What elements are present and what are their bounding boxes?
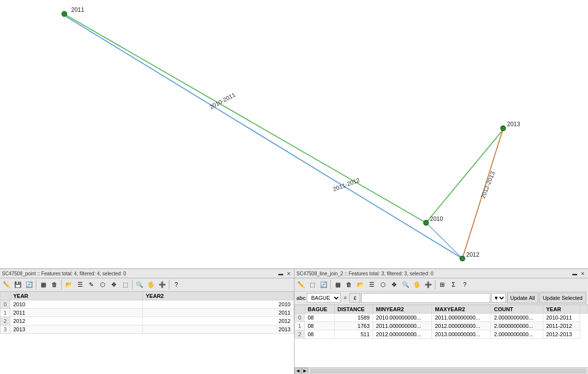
- left-cell-year: 2013: [10, 325, 143, 334]
- left-panel-close-icon[interactable]: ✕: [285, 270, 292, 277]
- list-tool-btn[interactable]: ☰: [75, 279, 85, 290]
- right-delete-btn[interactable]: 🗑: [344, 279, 354, 290]
- right-cell-year: 2011-2012: [543, 322, 580, 330]
- right-add-btn[interactable]: ➕: [423, 279, 433, 290]
- zoom-tool-btn[interactable]: 🔍: [134, 279, 145, 290]
- point-2013[interactable]: [501, 126, 506, 131]
- scroll-track[interactable]: [310, 369, 586, 374]
- left-cell-year2: 2010: [143, 300, 294, 309]
- right-sep-1: [330, 280, 331, 290]
- bottom-panels: SC47508_point :: Features total: 4, filt…: [0, 268, 588, 374]
- left-panel-minimize-icon[interactable]: ▬: [277, 270, 284, 277]
- select-tool-btn[interactable]: ⬚: [120, 279, 131, 290]
- point-2012[interactable]: [460, 256, 465, 261]
- right-cols-btn[interactable]: ⊞: [437, 279, 448, 290]
- right-edit-btn[interactable]: ✏️: [295, 279, 306, 290]
- right-cell-year: 2012-2013: [543, 330, 580, 339]
- move-tool-btn[interactable]: ✥: [108, 279, 119, 290]
- left-table: YEAR YEAR2 0 2010 2010 1 2011 2011 2 201…: [0, 292, 294, 334]
- right-cell-year: 2010-2011: [543, 314, 580, 322]
- right-table-row[interactable]: 0 08 1589 2010.000000000... 2011.0000000…: [295, 314, 588, 322]
- point-2010[interactable]: [424, 220, 428, 225]
- refresh-tool-btn[interactable]: 🔄: [24, 279, 34, 290]
- point-2011[interactable]: [62, 11, 67, 16]
- update-all-button[interactable]: Update All: [507, 293, 538, 303]
- right-cell-distance: 1763: [334, 322, 373, 330]
- polygon-tool-btn[interactable]: ⬡: [97, 279, 108, 290]
- left-col-year[interactable]: YEAR: [10, 292, 143, 300]
- open-tool-btn[interactable]: 📂: [63, 279, 74, 290]
- left-table-wrapper: YEAR YEAR2 0 2010 2010 1 2011 2011 2 201…: [0, 292, 294, 374]
- left-panel-header-icons: ▬ ✕: [277, 270, 292, 277]
- right-help-btn[interactable]: ?: [459, 279, 470, 290]
- right-col-year[interactable]: YEAR: [543, 305, 580, 314]
- right-zoom-btn[interactable]: 🔍: [400, 279, 411, 290]
- left-row-num: 3: [0, 325, 10, 334]
- right-panel-minimize-icon[interactable]: ▬: [571, 270, 578, 277]
- right-cell-bague: 08: [305, 330, 335, 339]
- right-cell-bague: 08: [305, 322, 335, 330]
- map-svg: 2010-2011 2011-2012 2012-2013 2011 2013 …: [0, 0, 588, 268]
- save-tool-btn[interactable]: 💾: [12, 279, 23, 290]
- right-cell-distance: 511: [334, 330, 373, 339]
- filter-eq-sign: =: [342, 295, 348, 301]
- left-table-row[interactable]: 3 2013 2013: [0, 325, 294, 334]
- delete-tool-btn[interactable]: 🗑: [49, 279, 60, 290]
- epsilon-button[interactable]: ε: [349, 293, 360, 303]
- right-col-count[interactable]: COUNT: [491, 305, 543, 314]
- left-table-body: 0 2010 2010 1 2011 2011 2 2012 2012 3 20…: [0, 300, 294, 334]
- right-col-minyear2[interactable]: MINYEAR2: [373, 305, 432, 314]
- left-col-year2[interactable]: YEAR2: [143, 292, 294, 300]
- right-cross-btn[interactable]: ✥: [389, 279, 400, 290]
- right-cell-count: 2.0000000000...: [491, 314, 543, 322]
- svg-line-3: [426, 223, 462, 259]
- right-panel-close-icon[interactable]: ✕: [579, 270, 586, 277]
- edit-tool-btn[interactable]: ✏️: [1, 279, 12, 290]
- help-tool-btn[interactable]: ?: [171, 279, 182, 290]
- left-cell-year2: 2013: [143, 325, 294, 334]
- filter-input[interactable]: [361, 293, 490, 303]
- map-label-2010-2011: 2010-2011: [209, 91, 237, 111]
- right-col-maxyear2[interactable]: MAXYEAR2: [432, 305, 491, 314]
- filter-dropdown[interactable]: ▼: [491, 293, 506, 303]
- scroll-left-arrow[interactable]: ◀: [294, 368, 301, 374]
- right-hscroll[interactable]: ◀ ▶: [294, 367, 588, 374]
- right-table-btn[interactable]: ▦: [332, 279, 343, 290]
- filter-field-select[interactable]: BAGUE: [307, 293, 341, 303]
- left-toolbar: ✏️ 💾 🔄 ▦ 🗑 📂 ☰ ✎ ⬡ ✥ ⬚ 🔍 🖐 ➕ ?: [0, 278, 294, 292]
- left-panel: SC47508_point :: Features total: 4, filt…: [0, 269, 294, 374]
- right-open-btn[interactable]: 📂: [355, 279, 366, 290]
- right-table-body: 0 08 1589 2010.000000000... 2011.0000000…: [295, 314, 588, 339]
- right-cell-minyear2: 2010.000000000...: [373, 314, 432, 322]
- right-select-btn[interactable]: ⬚: [307, 279, 318, 290]
- left-table-row[interactable]: 0 2010 2010: [0, 300, 294, 309]
- right-formula-btn[interactable]: Σ: [448, 279, 459, 290]
- map-label-2012-2013: 2012-2013: [480, 170, 496, 199]
- pan-tool-btn[interactable]: 🖐: [145, 279, 156, 290]
- right-refresh-btn[interactable]: 🔄: [318, 279, 329, 290]
- table-tool-btn[interactable]: ▦: [38, 279, 49, 290]
- right-polygon-btn[interactable]: ⬡: [377, 279, 388, 290]
- right-col-distance[interactable]: DISTANCE: [334, 305, 373, 314]
- right-table-row[interactable]: 1 08 1763 2011.000000000... 2012.0000000…: [295, 322, 588, 330]
- right-table-row[interactable]: 2 08 511 2012.000000000... 2013.00000000…: [295, 330, 588, 339]
- right-panel-header: SC47508_line_join_2 :: Features total: 3…: [294, 269, 588, 278]
- left-panel-status: SC47508_point :: Features total: 4, filt…: [2, 271, 126, 276]
- right-toolbar: ✏️ ⬚ 🔄 ▦ 🗑 📂 ☰ ⬡ ✥ 🔍 🖐 ➕ ⊞ Σ ?: [294, 278, 588, 292]
- left-cell-year: 2011: [10, 309, 143, 317]
- toolbar-sep-2: [61, 280, 62, 290]
- left-col-rownum: [0, 292, 10, 300]
- right-col-bague[interactable]: BAGUE: [305, 305, 335, 314]
- left-table-row[interactable]: 2 2012 2012: [0, 317, 294, 325]
- right-pan-btn[interactable]: 🖐: [411, 279, 422, 290]
- right-cell-maxyear2: 2011.000000000...: [432, 314, 491, 322]
- add-tool-btn[interactable]: ➕: [157, 279, 167, 290]
- right-panel-status: SC47508_line_join_2 :: Features total: 3…: [296, 271, 433, 276]
- right-list-btn[interactable]: ☰: [366, 279, 377, 290]
- point-label-2010: 2010: [430, 215, 443, 222]
- left-cell-year: 2012: [10, 317, 143, 325]
- scroll-right-arrow[interactable]: ▶: [301, 368, 308, 374]
- left-table-row[interactable]: 1 2011 2011: [0, 309, 294, 317]
- update-selected-button[interactable]: Update Selected: [539, 293, 586, 303]
- edit2-tool-btn[interactable]: ✎: [86, 279, 97, 290]
